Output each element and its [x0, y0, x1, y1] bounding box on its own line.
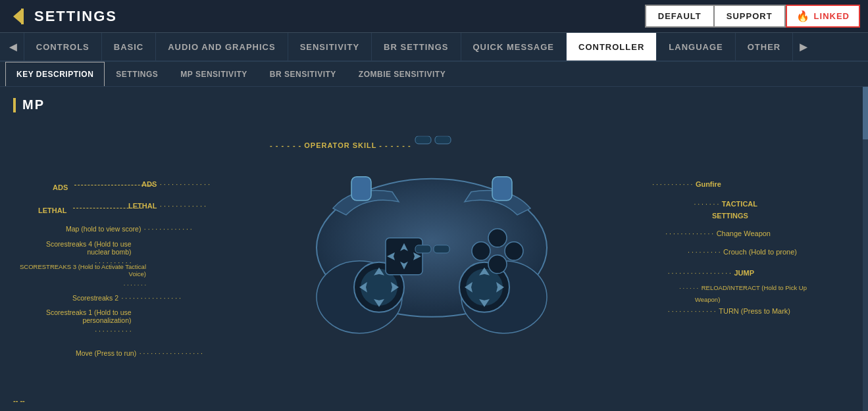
- bottom-hint: -- --: [13, 397, 25, 404]
- jump-label: · · · · · · · · · · · · · · · · · JUMP: [668, 266, 754, 278]
- svg-rect-29: [434, 245, 449, 253]
- lethal-text: LETHAL · · · · · · · · · · · ·: [128, 199, 206, 211]
- tab-language[interactable]: LANGUAGE: [657, 33, 735, 60]
- svg-rect-28: [415, 245, 431, 253]
- section-label: MP: [22, 97, 45, 112]
- svg-point-22: [488, 229, 507, 247]
- subtab-br-sensitivity[interactable]: BR SENSITIVITY: [259, 62, 347, 86]
- svg-point-23: [505, 242, 523, 260]
- reload-label: · · · · · · RELOAD/INTERACT (Hold to Pic…: [679, 281, 807, 304]
- scorestreaks2-label: Scorestreaks 2 · · · · · · · · · · · · ·…: [72, 291, 181, 303]
- subtab-zombie-sensitivity[interactable]: ZOMBIE SENSITIVITY: [347, 62, 457, 86]
- header-title: SETTINGS: [34, 8, 117, 25]
- tab-sensitivity[interactable]: SENSITIVITY: [288, 33, 372, 60]
- content-area: MP ADS LETHAL: [0, 87, 868, 411]
- svg-rect-1: [21, 9, 24, 24]
- scrollbar-thumb[interactable]: [863, 87, 868, 139]
- move-label: Move (Press to run) · · · · · · · · · · …: [76, 347, 203, 358]
- support-button[interactable]: SUPPORT: [713, 5, 786, 28]
- linked-button[interactable]: 🔥 LINKED: [786, 5, 860, 28]
- scrollbar[interactable]: [863, 87, 868, 411]
- svg-rect-26: [415, 136, 431, 144]
- svg-rect-31: [492, 177, 512, 201]
- tab-controller[interactable]: CONTROLLER: [567, 33, 657, 60]
- svg-rect-30: [351, 177, 371, 201]
- svg-marker-0: [13, 9, 22, 24]
- ads-text: ADS · · · · · · · · · · · · ·: [141, 178, 210, 189]
- tab-other[interactable]: OTHER: [736, 33, 794, 60]
- controller-diagram: ADS LETHAL: [13, 122, 850, 385]
- sub-nav: KEY DESCRIPTION SETTINGS MP SENSITIVITY …: [0, 62, 868, 87]
- change-weapon-label: · · · · · · · · · · · · · Change Weapon: [665, 227, 771, 239]
- nav-right-arrow[interactable]: ►: [793, 39, 814, 55]
- scorestreaks3-label: SCORESTREAKS 3 (Hold to Activate Tactica…: [20, 263, 146, 289]
- ads-label: ADS: [53, 183, 68, 191]
- header: SETTINGS DEFAULT SUPPORT 🔥 LINKED: [0, 0, 868, 33]
- svg-point-25: [488, 255, 507, 274]
- linked-label: LINKED: [814, 11, 850, 21]
- crouch-label: · · · · · · · · · Crouch (Hold to prone): [688, 245, 797, 257]
- nav-left-arrow[interactable]: ◄: [3, 39, 24, 55]
- main-content: MP ADS LETHAL: [0, 87, 863, 411]
- operator-skill-label: - - - - - - OPERATOR SKILL - - - - - -: [270, 141, 411, 149]
- svg-point-12: [466, 269, 503, 306]
- svg-point-24: [472, 242, 490, 260]
- controller-svg: [294, 136, 570, 347]
- fire-icon: 🔥: [796, 10, 810, 22]
- tab-controls[interactable]: CONTROLS: [24, 33, 102, 60]
- subtab-key-description[interactable]: KEY DESCRIPTION: [5, 62, 105, 86]
- tab-audio-graphics[interactable]: AUDIO AND GRAPHICS: [156, 33, 288, 60]
- svg-rect-27: [435, 136, 451, 144]
- subtab-mp-sensitivity[interactable]: MP SENSITIVITY: [169, 62, 258, 86]
- section-bar: [13, 98, 16, 112]
- map-label: Map (hold to view score) · · · · · · · ·…: [66, 222, 192, 234]
- controller-svg-container: [294, 136, 570, 349]
- tab-basic[interactable]: BASIC: [102, 33, 156, 60]
- main-nav: ◄ CONTROLS BASIC AUDIO AND GRAPHICS SENS…: [0, 33, 868, 62]
- turn-label: · · · · · · · · · · · · · TURN (Press to…: [668, 304, 790, 316]
- lethal-label: LETHAL: [38, 206, 66, 214]
- label-ads: ADS: [53, 181, 68, 193]
- header-right: DEFAULT SUPPORT 🔥 LINKED: [645, 5, 860, 28]
- scorestreaks1-label: Scorestreaks 1 (Hold to usepersonalizati…: [46, 308, 132, 336]
- section-title: MP: [13, 97, 850, 112]
- back-icon[interactable]: [8, 6, 29, 27]
- subtab-settings[interactable]: SETTINGS: [105, 62, 169, 86]
- tactical-label: · · · · · · · TACTICAL SETTINGS: [694, 197, 757, 221]
- header-left: SETTINGS: [8, 6, 117, 27]
- gunfire-label: · · · · · · · · · · · Gunfire: [652, 178, 721, 189]
- tab-quick-message[interactable]: QUICK MESSAGE: [461, 33, 567, 60]
- tab-br-settings[interactable]: BR SETTINGS: [372, 33, 461, 60]
- default-button[interactable]: DEFAULT: [645, 5, 713, 28]
- label-lethal: LETHAL: [38, 204, 66, 216]
